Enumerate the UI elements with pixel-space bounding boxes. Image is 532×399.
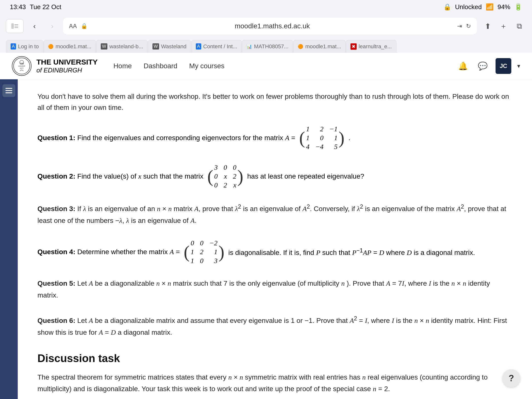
browser-tabs: A Log in to 🟠 moodle1.mat... W wasteland… bbox=[6, 36, 526, 53]
tab-icon[interactable]: ⇥ bbox=[457, 23, 462, 30]
tab-favicon: A bbox=[11, 43, 16, 50]
svg-rect-9 bbox=[5, 88, 12, 89]
url-display[interactable]: moodle1.maths.ed.ac.uk bbox=[91, 22, 453, 30]
status-bar: 13:43 Tue 22 Oct 🔒 Unlocked 📶 94% 🔋 bbox=[0, 0, 532, 14]
university-header: THE UNIVER SITY THE UNIVERSITY of EDINBU… bbox=[0, 53, 532, 79]
question-2: Question 2: Find the value(s) of x such … bbox=[37, 164, 512, 189]
svg-rect-1 bbox=[15, 24, 18, 25]
question-5-text: Question 5: Let A be a diagonalizable n … bbox=[37, 278, 512, 301]
user-menu-button[interactable]: ▾ bbox=[517, 63, 520, 69]
university-logo: THE UNIVER SITY THE UNIVERSITY of EDINBU… bbox=[12, 56, 98, 76]
tab-label: learnultra_e... bbox=[359, 43, 392, 50]
lock-indicator: 🔒 bbox=[81, 23, 87, 29]
tab-label: Wasteland bbox=[161, 43, 186, 50]
browser-toolbar: ‹ › AA 🔒 moodle1.maths.ed.ac.uk ⇥ ↻ ⬆ ＋ … bbox=[6, 16, 526, 36]
question-6: Question 6: Let A be a diagonalizable ma… bbox=[37, 314, 512, 338]
uni-name-line2: of EDINBURGH bbox=[36, 66, 98, 74]
discussion-text: The spectral theorem for symmetric matri… bbox=[37, 371, 512, 395]
notifications-button[interactable]: 🔔 bbox=[456, 59, 470, 73]
tab-wasteland-b[interactable]: W wasteland-b... bbox=[96, 40, 148, 53]
back-button[interactable]: ‹ bbox=[28, 19, 41, 33]
nav-dashboard[interactable]: Dashboard bbox=[144, 62, 177, 70]
tab-wasteland[interactable]: W Wasteland bbox=[148, 40, 191, 53]
tab-label: wasteland-b... bbox=[109, 43, 143, 50]
question-6-text: Question 6: Let A be a diagonalizable ma… bbox=[37, 314, 512, 338]
university-crest: THE UNIVER SITY bbox=[12, 56, 32, 76]
unlocked-label: Unlocked bbox=[455, 3, 482, 11]
time-display: 13:43 bbox=[10, 3, 26, 11]
intro-paragraph: You don't have to solve them all during … bbox=[37, 91, 512, 113]
tab-login[interactable]: A Log in to bbox=[6, 40, 43, 53]
sidebar-toggle-button[interactable] bbox=[6, 19, 24, 33]
tab-favicon: 🟠 bbox=[298, 44, 303, 49]
svg-rect-2 bbox=[15, 26, 18, 26]
forward-button[interactable]: › bbox=[45, 19, 59, 33]
uni-name-line1: THE UNIVERSITY bbox=[36, 58, 98, 66]
lock-icon: 🔒 bbox=[443, 3, 451, 11]
question-4-text: Question 4: Determine whether the matrix… bbox=[37, 239, 512, 265]
nav-home[interactable]: Home bbox=[113, 62, 132, 70]
sidebar-menu-button[interactable] bbox=[2, 84, 15, 97]
question-3-text: Question 3: If λ is an eigenvalue of an … bbox=[37, 202, 512, 227]
question-4: Question 4: Determine whether the matrix… bbox=[37, 239, 512, 265]
nav-my-courses[interactable]: My courses bbox=[189, 62, 224, 70]
svg-rect-11 bbox=[5, 92, 12, 93]
tab-label: moodle1.mat... bbox=[55, 43, 91, 50]
tab-favicon: 🟠 bbox=[48, 44, 53, 49]
svg-rect-3 bbox=[15, 27, 18, 28]
discussion-heading: Discussion task bbox=[37, 352, 512, 365]
messages-button[interactable]: 💬 bbox=[476, 59, 490, 73]
tab-label: Content / Int... bbox=[203, 43, 237, 50]
aa-label[interactable]: AA bbox=[69, 23, 77, 30]
user-avatar[interactable]: JC bbox=[496, 58, 511, 74]
tabs-overview-button[interactable]: ⧉ bbox=[512, 19, 526, 33]
question-5: Question 5: Let A be a diagonalizable n … bbox=[37, 278, 512, 301]
date-display: Tue 22 Oct bbox=[30, 3, 61, 11]
share-button[interactable]: ⬆ bbox=[481, 19, 495, 33]
content-area: You don't have to solve them all during … bbox=[18, 79, 532, 399]
university-nav: Home Dashboard My courses bbox=[113, 62, 224, 70]
new-tab-button[interactable]: ＋ bbox=[497, 19, 510, 33]
tab-learnultra[interactable]: ✖ learnultra_e... bbox=[346, 40, 397, 53]
question-4-matrix: ( 0 0 −2 1 2 1 1 0 3 ) bbox=[184, 239, 224, 265]
question-2-text: Question 2: Find the value(s) of x such … bbox=[37, 164, 512, 189]
help-button[interactable]: ? bbox=[502, 369, 520, 387]
tab-favicon: W bbox=[152, 43, 159, 50]
sidebar bbox=[0, 79, 18, 399]
question-1: Question 1: Find the eigenvalues and cor… bbox=[37, 125, 512, 151]
question-3: Question 3: If λ is an eigenvalue of an … bbox=[37, 202, 512, 227]
browser-chrome: ‹ › AA 🔒 moodle1.maths.ed.ac.uk ⇥ ↻ ⬆ ＋ … bbox=[0, 14, 532, 53]
tab-label: moodle1.mat... bbox=[305, 43, 341, 50]
tab-label: Log in to bbox=[18, 43, 39, 50]
battery-display: 94% bbox=[498, 3, 510, 11]
tab-moodle1-2[interactable]: 🟠 moodle1.mat... bbox=[293, 40, 346, 53]
tab-content-int[interactable]: A Content / Int... bbox=[191, 40, 242, 53]
question-1-text: Question 1: Find the eigenvalues and cor… bbox=[37, 125, 512, 151]
tab-label: MATH08057... bbox=[254, 43, 288, 50]
tab-moodle1[interactable]: 🟠 moodle1.mat... bbox=[43, 40, 96, 53]
tab-favicon: W bbox=[101, 43, 107, 50]
svg-rect-10 bbox=[5, 90, 12, 91]
battery-icon: 🔋 bbox=[514, 3, 522, 11]
svg-rect-0 bbox=[11, 23, 14, 29]
address-bar[interactable]: AA 🔒 moodle1.maths.ed.ac.uk ⇥ ↻ bbox=[63, 18, 477, 34]
header-right: 🔔 💬 JC ▾ bbox=[456, 58, 520, 74]
page-area: You don't have to solve them all during … bbox=[0, 79, 532, 399]
wifi-icon: 📶 bbox=[486, 3, 494, 11]
refresh-icon[interactable]: ↻ bbox=[466, 23, 471, 30]
svg-text:UNIVER: UNIVER bbox=[18, 65, 25, 67]
tab-favicon: ✖ bbox=[350, 43, 357, 50]
tab-favicon: 📊 bbox=[247, 44, 252, 49]
question-1-matrix: ( 1 2 −1 1 0 1 4 −4 5 ) bbox=[299, 125, 345, 151]
tab-favicon: A bbox=[196, 43, 201, 50]
toolbar-actions: ⬆ ＋ ⧉ bbox=[481, 19, 526, 33]
tab-math08057[interactable]: 📊 MATH08057... bbox=[242, 40, 293, 53]
svg-text:SITY: SITY bbox=[20, 67, 24, 69]
question-2-matrix: ( 3 0 0 0 x 2 0 2 x ) bbox=[207, 164, 243, 189]
